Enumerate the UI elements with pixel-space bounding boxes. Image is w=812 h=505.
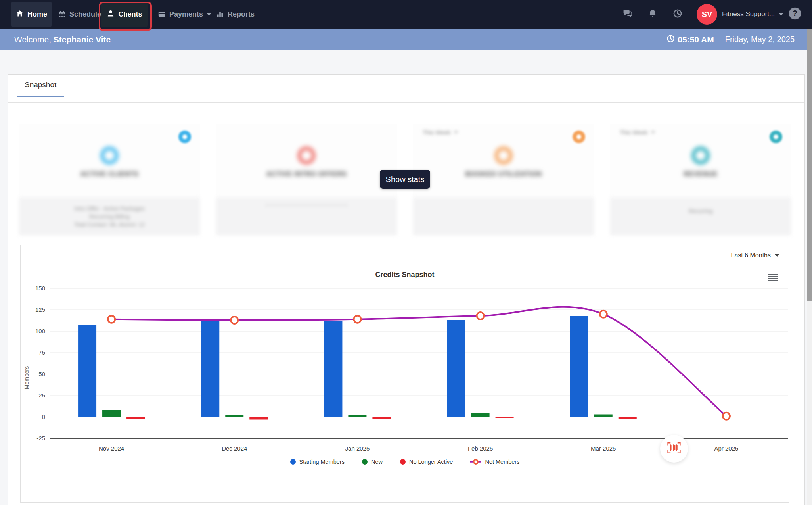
avatar-initials: SV — [702, 10, 712, 19]
app-root: Home Schedule Clients Payments — [0, 0, 812, 505]
chart-menu-button[interactable] — [768, 274, 778, 281]
svg-text:100: 100 — [35, 328, 45, 334]
stat-card-active-intro-offers: ACTIVE INTRO OFFERS – – – – – – – – – – … — [216, 124, 397, 235]
svg-text:0: 0 — [42, 413, 45, 420]
notifications-button[interactable] — [648, 0, 657, 29]
card-badge-icon[interactable] — [573, 131, 585, 143]
svg-text:Nov 2024: Nov 2024 — [99, 445, 124, 452]
scrollbar-track[interactable] — [807, 29, 812, 505]
tab-active-underline — [17, 96, 64, 97]
account-name-label: Fitness Support... — [722, 10, 775, 18]
stat-card-booked-utilization: This Week BOOKED UTILIZATION — [413, 124, 594, 235]
svg-text:25: 25 — [38, 392, 45, 399]
tab-divider — [8, 102, 804, 103]
chart-title: Credits Snapshot — [21, 271, 789, 279]
card-footer: Recurring — [610, 198, 791, 235]
nav-item-home[interactable]: Home — [11, 2, 52, 27]
card-badge-icon[interactable] — [770, 131, 782, 143]
svg-text:-25: -25 — [36, 435, 45, 442]
legend-item: Starting Members — [290, 459, 345, 465]
credit-card-icon — [158, 10, 166, 18]
svg-text:Members: Members — [23, 366, 30, 389]
card-footer: – – – – – – – – – – – – – – – – – – — [216, 198, 397, 235]
nav-label-payments: Payments — [169, 10, 203, 19]
welcome-bar: Welcome, Stephanie Vite 05:50 AM Friday,… — [0, 29, 812, 50]
chevron-down-icon — [207, 13, 211, 16]
chart-svg: 1501251007550250-25MembersNov 2024Dec 20… — [21, 282, 790, 457]
card-title: REVENUE — [684, 170, 718, 178]
nav-label-schedule: Schedule — [69, 10, 101, 19]
card-footer — [413, 198, 594, 235]
nav-item-reports[interactable]: Reports — [216, 0, 255, 29]
help-icon: ? — [788, 7, 802, 22]
current-date: Friday, May 2, 2025 — [725, 35, 795, 44]
avatar[interactable]: SV — [697, 4, 717, 25]
nav-item-payments[interactable]: Payments — [158, 0, 211, 29]
donut-icon — [297, 146, 316, 165]
period-selector[interactable]: This Week — [620, 129, 655, 136]
barcode-logo-icon — [667, 442, 681, 456]
svg-text:Feb 2025: Feb 2025 — [468, 445, 493, 452]
nav-label-clients: Clients — [118, 10, 142, 19]
scrollbar-thumb[interactable] — [807, 29, 812, 301]
card-title: ACTIVE INTRO OFFERS — [266, 170, 347, 178]
clock-icon — [673, 9, 682, 20]
card-title: BOOKED UTILIZATION — [465, 170, 542, 178]
calendar-icon — [58, 10, 66, 18]
chat-icon — [622, 8, 633, 20]
current-time: 05:50 AM — [666, 35, 714, 45]
bell-icon — [648, 9, 657, 20]
card-footer: Intro Offer - Active Packages Recurring … — [19, 198, 200, 235]
card-badge-icon[interactable] — [178, 131, 191, 143]
tab-snapshot[interactable]: Snapshot — [25, 81, 56, 89]
top-navbar: Home Schedule Clients Payments — [0, 0, 812, 29]
legend-item: No Longer Active — [400, 459, 453, 465]
nav-label-home: Home — [27, 10, 47, 19]
history-button[interactable] — [673, 0, 682, 29]
svg-text:75: 75 — [38, 349, 45, 356]
chart-header: Last 6 Months — [21, 245, 789, 266]
svg-text:125: 125 — [35, 306, 45, 313]
legend-item: Net Members — [470, 459, 519, 465]
svg-text:?: ? — [793, 9, 798, 18]
nav-item-schedule[interactable]: Schedule — [58, 0, 101, 29]
welcome-message: Welcome, Stephanie Vite — [14, 29, 111, 50]
stat-card-active-clients: ACTIVE CLIENTS Intro Offer - Active Pack… — [19, 124, 200, 235]
home-icon — [16, 10, 24, 19]
svg-text:Mar 2025: Mar 2025 — [591, 445, 616, 452]
person-icon — [107, 10, 115, 19]
loading-logo-badge — [660, 435, 688, 463]
svg-text:Jan 2025: Jan 2025 — [345, 445, 370, 452]
main-panel: Snapshot ACTIVE CLIENTS Intro Offer - Ac… — [8, 74, 805, 505]
nav-label-reports: Reports — [228, 10, 255, 19]
legend-item: New — [362, 459, 383, 465]
donut-icon — [691, 146, 710, 165]
svg-text:150: 150 — [35, 285, 45, 292]
period-selector[interactable]: This Week — [423, 129, 458, 136]
svg-text:50: 50 — [38, 371, 45, 377]
account-menu[interactable]: Fitness Support... — [722, 0, 783, 29]
help-button[interactable]: ? — [788, 0, 802, 29]
donut-icon — [494, 146, 513, 165]
nav-item-clients[interactable]: Clients — [101, 2, 148, 27]
range-selector[interactable]: Last 6 Months — [731, 245, 780, 266]
card-title: ACTIVE CLIENTS — [80, 170, 139, 178]
chevron-down-icon — [779, 13, 783, 16]
stat-card-revenue: This Week REVENUE Recurring — [610, 124, 791, 235]
show-stats-button[interactable]: Show stats — [380, 170, 430, 189]
credits-snapshot-panel: Last 6 Months Credits Snapshot 150125100… — [20, 245, 789, 503]
svg-text:Dec 2024: Dec 2024 — [222, 445, 247, 452]
bar-chart-icon — [216, 10, 224, 18]
clock-icon — [666, 35, 675, 45]
chat-button[interactable] — [622, 0, 633, 29]
welcome-user-name: Stephanie Vite — [54, 35, 111, 44]
svg-text:Apr 2025: Apr 2025 — [714, 445, 738, 452]
donut-icon — [100, 146, 119, 165]
chevron-down-icon — [775, 254, 779, 257]
